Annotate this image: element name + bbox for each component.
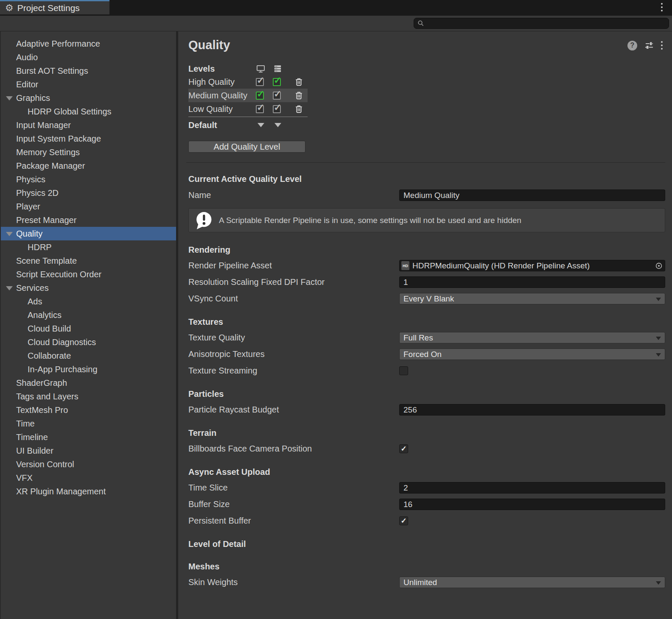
sidebar-item-scene-template[interactable]: Scene Template	[1, 254, 176, 268]
sidebar-item-player[interactable]: Player	[1, 200, 176, 213]
sidebar-item-editor[interactable]: Editor	[1, 78, 176, 91]
platform-checkbox-desktop[interactable]: ✓	[256, 78, 264, 86]
form-row-buffer-size: Buffer Size	[188, 499, 665, 510]
sidebar-item-label: Time	[16, 419, 35, 429]
time-slice-input[interactable]	[399, 482, 665, 494]
platform-checkbox-server[interactable]: ✓	[273, 78, 281, 86]
texture-streaming-checkbox[interactable]	[399, 366, 408, 375]
settings-sections: RenderingRender Pipeline AssetHDHDRPMedi…	[188, 245, 665, 588]
sidebar-item-input-system-package[interactable]: Input System Package	[1, 132, 176, 145]
field-label: Billboards Face Camera Position	[188, 444, 399, 454]
sidebar-item-time[interactable]: Time	[1, 417, 176, 430]
sidebar-item-timeline[interactable]: Timeline	[1, 430, 176, 444]
sidebar-item-in-app-purchasing[interactable]: In-App Purchasing	[1, 362, 176, 376]
sidebar-item-ui-builder[interactable]: UI Builder	[1, 444, 176, 457]
platform-checkbox-server[interactable]: ✓	[273, 105, 281, 113]
form-row-time-slice: Time Slice	[188, 482, 665, 494]
sidebar-item-vfx[interactable]: VFX	[1, 471, 176, 485]
particle-raycast-budget-input[interactable]	[399, 404, 665, 415]
sidebar-item-quality[interactable]: Quality	[1, 227, 176, 240]
checkmark: ✓	[257, 102, 264, 113]
quality-level-row-high-quality[interactable]: High Quality✓✓	[188, 75, 308, 89]
tab-bar: ⚙ Project Settings	[0, 0, 672, 16]
quality-level-row-medium-quality[interactable]: Medium Quality✓✓	[188, 89, 308, 102]
sidebar-item-adaptive-performance[interactable]: Adaptive Performance	[1, 37, 176, 50]
form-row-render-pipeline-asset: Render Pipeline AssetHDHDRPMediumQuality…	[188, 260, 665, 271]
sidebar-item-memory-settings[interactable]: Memory Settings	[1, 145, 176, 159]
sidebar-item-shadergraph[interactable]: ShaderGraph	[1, 376, 176, 390]
default-server-dropdown-icon[interactable]	[274, 123, 281, 127]
anisotropic-textures-dropdown[interactable]: Forced On	[399, 349, 665, 360]
sidebar-item-preset-manager[interactable]: Preset Manager	[1, 213, 176, 227]
sidebar-item-label: Collaborate	[28, 351, 71, 361]
foldout-arrow-icon[interactable]	[6, 96, 13, 100]
default-desktop-dropdown-icon[interactable]	[258, 123, 264, 127]
section-header-meshes: Meshes	[188, 562, 665, 572]
platform-checkbox-desktop[interactable]: ✓	[256, 92, 264, 100]
sidebar-item-textmesh-pro[interactable]: TextMesh Pro	[1, 403, 176, 417]
sidebar-item-tags-and-layers[interactable]: Tags and Layers	[1, 390, 176, 403]
search-box[interactable]	[414, 18, 669, 29]
buffer-size-input[interactable]	[399, 499, 665, 510]
sidebar-item-xr-plugin-management[interactable]: XR Plugin Management	[1, 485, 176, 498]
foldout-arrow-icon[interactable]	[6, 232, 13, 236]
quality-name-input[interactable]	[399, 190, 665, 201]
texture-quality-dropdown[interactable]: Full Res	[399, 332, 665, 343]
default-row-label: Default	[188, 120, 256, 130]
skin-weights-dropdown[interactable]: Unlimited	[399, 577, 665, 588]
object-picker-icon[interactable]	[654, 261, 664, 270]
sidebar-item-collaborate[interactable]: Collaborate	[1, 349, 176, 362]
resolution-scaling-fixed-dpi-factor-input[interactable]	[399, 276, 665, 288]
sidebar-item-label: Physics 2D	[16, 188, 59, 198]
checkmark: ✓	[274, 75, 281, 86]
sidebar-item-ads[interactable]: Ads	[1, 295, 176, 308]
sidebar-item-cloud-diagnostics[interactable]: Cloud Diagnostics	[1, 335, 176, 349]
sidebar-item-version-control[interactable]: Version Control	[1, 457, 176, 471]
section-divider	[186, 162, 665, 163]
sidebar-item-label: Input System Package	[16, 134, 101, 144]
sidebar-item-package-manager[interactable]: Package Manager	[1, 159, 176, 173]
sidebar-item-services[interactable]: Services	[1, 281, 176, 295]
sidebar-item-label: Editor	[16, 80, 38, 89]
sidebar-item-input-manager[interactable]: Input Manager	[1, 118, 176, 132]
billboards-face-camera-position-checkbox[interactable]	[399, 444, 408, 453]
platform-checkbox-server[interactable]: ✓	[273, 92, 281, 100]
render-pipeline-asset-object-field[interactable]: HDHDRPMediumQuality (HD Render Pipeline …	[399, 260, 665, 271]
foldout-arrow-icon[interactable]	[6, 286, 13, 290]
panel-menu-icon[interactable]	[661, 41, 663, 50]
trash-icon[interactable]	[294, 90, 304, 100]
help-icon[interactable]: ?	[627, 41, 637, 50]
sidebar-item-label: XR Plugin Management	[16, 487, 106, 496]
levels-separator	[188, 117, 308, 117]
sidebar-item-burst-aot-settings[interactable]: Burst AOT Settings	[1, 64, 176, 78]
form-row-anisotropic-textures: Anisotropic TexturesForced On	[188, 349, 665, 360]
tab-project-settings[interactable]: ⚙ Project Settings	[0, 0, 109, 14]
vsync-count-dropdown[interactable]: Every V Blank	[399, 293, 665, 304]
platform-checkbox-desktop[interactable]: ✓	[256, 105, 264, 113]
sidebar-item-hdrp-global-settings[interactable]: HDRP Global Settings	[1, 105, 176, 118]
trash-icon[interactable]	[294, 104, 304, 114]
sidebar-item-cloud-build[interactable]: Cloud Build	[1, 322, 176, 335]
sidebar-item-label: TextMesh Pro	[16, 405, 68, 415]
sidebar-item-script-execution-order[interactable]: Script Execution Order	[1, 268, 176, 281]
sidebar-item-hdrp[interactable]: HDRP	[1, 240, 176, 254]
gear-icon: ⚙	[5, 3, 14, 13]
quality-level-name: Low Quality	[188, 104, 256, 114]
field-label: Texture Quality	[188, 333, 399, 343]
search-icon	[417, 20, 424, 27]
dropdown-value: Unlimited	[403, 578, 437, 587]
sidebar-item-physics-2d[interactable]: Physics 2D	[1, 186, 176, 200]
add-quality-level-button[interactable]: Add Quality Level	[188, 141, 305, 153]
sidebar-item-label: Version Control	[16, 460, 74, 469]
sidebar-item-analytics[interactable]: Analytics	[1, 308, 176, 322]
trash-icon[interactable]	[294, 77, 304, 87]
presets-icon[interactable]	[644, 40, 654, 50]
sidebar-item-physics[interactable]: Physics	[1, 173, 176, 186]
sidebar-item-graphics[interactable]: Graphics	[1, 91, 176, 105]
window-menu-icon[interactable]	[661, 3, 663, 11]
search-input[interactable]	[427, 19, 665, 28]
quality-level-row-low-quality[interactable]: Low Quality✓✓	[188, 102, 308, 116]
sidebar-item-audio[interactable]: Audio	[1, 50, 176, 64]
persistent-buffer-checkbox[interactable]	[399, 516, 408, 525]
levels-header-row: Levels	[188, 62, 665, 75]
